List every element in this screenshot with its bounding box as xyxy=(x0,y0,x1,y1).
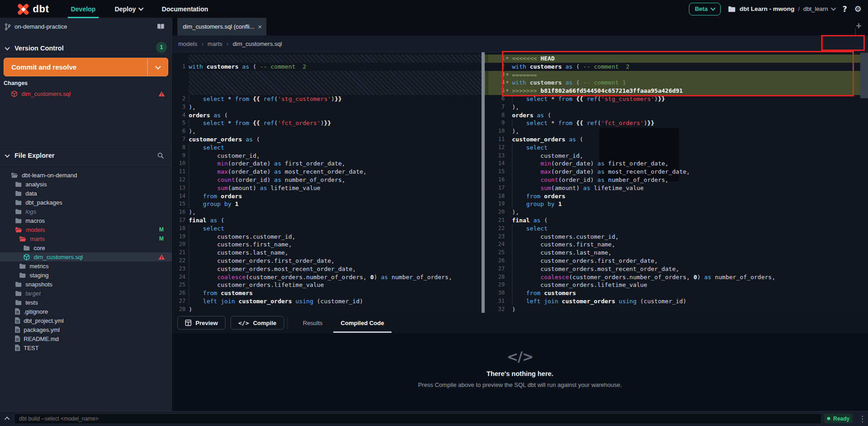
code-line[interactable]: 31 left join customer_orders using (cust… xyxy=(485,297,868,306)
code-line[interactable]: 5 select * from {{ ref('fct_orders')}} xyxy=(172,119,482,127)
pane-divider-scrollbar[interactable] xyxy=(482,52,485,313)
code-line[interactable]: 6 select * from {{ ref('stg_customers')}… xyxy=(485,95,868,103)
code-line[interactable]: 4orders as ( xyxy=(172,111,482,120)
tree-item-dim-customers-sql[interactable]: dim_customers.sql xyxy=(0,252,172,261)
code-line[interactable]: 15 max(order_date) as most_recent_order_… xyxy=(485,168,868,176)
code-line[interactable]: 19 group by 1 xyxy=(485,200,868,208)
editor-left-pane[interactable]: 1with customers as ( -- comment 22 selec… xyxy=(172,52,482,313)
tree-item-dbt-learn-on-demand[interactable]: dbt-learn-on-demand xyxy=(0,170,172,180)
code-line[interactable]: 27 customer_orders.most_recent_order_dat… xyxy=(485,265,868,273)
editor-right-pane[interactable]: 1+<<<<<<< HEAD2with customers as ( -- co… xyxy=(485,52,868,313)
code-line[interactable]: 25 customers.last_name, xyxy=(485,249,868,257)
tree-item-macros[interactable]: macros xyxy=(0,216,172,225)
close-icon[interactable]: × xyxy=(258,23,262,30)
code-line[interactable]: 28) xyxy=(172,306,482,313)
code-line[interactable]: 21final as ( xyxy=(485,216,868,225)
tree-item-metrics[interactable]: metrics xyxy=(0,261,172,271)
tree-item-tests[interactable]: tests xyxy=(0,298,172,307)
code-line[interactable]: 24 customers.first_name, xyxy=(485,241,868,249)
tree-item-logs[interactable]: logs xyxy=(0,207,172,216)
code-line[interactable]: 14 min(order_date) as first_order_date, xyxy=(485,160,868,168)
code-line[interactable]: 29 customer_orders.lifetime_value xyxy=(485,281,868,289)
tree-item-dbt-packages[interactable]: dbt_packages xyxy=(0,198,172,207)
code-line[interactable]: 2with customers as ( -- comment 2 xyxy=(485,63,868,71)
code-line[interactable]: 16), xyxy=(172,208,482,216)
tree-item-analysis[interactable]: analysis xyxy=(0,180,172,189)
help-icon[interactable]: ? xyxy=(843,5,847,14)
nav-item-documentation[interactable]: Documentation xyxy=(162,5,208,13)
kebab-menu-icon[interactable]: ⋮ xyxy=(858,414,866,423)
code-line[interactable]: 9 customer_id, xyxy=(172,152,482,160)
code-line[interactable]: 20), xyxy=(485,208,868,216)
tree-item-marts[interactable]: martsM xyxy=(0,234,172,243)
code-line[interactable]: 22 select xyxy=(485,225,868,233)
code-line[interactable]: 6), xyxy=(172,127,482,135)
tab-compiled-code[interactable]: Compiled Code xyxy=(331,313,393,333)
compile-button[interactable]: </> Compile xyxy=(231,316,284,330)
code-line[interactable]: 8orders as ( xyxy=(485,111,868,120)
code-line[interactable]: 19 customers.customer_id, xyxy=(172,233,482,241)
code-line[interactable]: 12 select xyxy=(485,144,868,152)
docs-book-icon[interactable] xyxy=(157,24,165,30)
code-line[interactable]: 23 customers.customer_id, xyxy=(485,233,868,241)
code-line[interactable]: 13 sum(amount) as lifetime_value xyxy=(172,184,482,192)
file-explorer-header[interactable]: File Explorer xyxy=(0,150,172,161)
tree-item-readme-md[interactable]: README.md xyxy=(0,334,172,343)
code-line[interactable]: 12 count(order_id) as number_of_orders, xyxy=(172,176,482,184)
tree-item-snapshots[interactable]: snapshots xyxy=(0,280,172,289)
code-line[interactable]: 25 customer_orders.lifetime_value xyxy=(172,281,482,289)
version-control-header[interactable]: Version Control xyxy=(0,43,172,54)
breadcrumb-item[interactable]: models xyxy=(178,40,197,47)
gear-icon[interactable]: ⚙ xyxy=(854,4,862,14)
code-line[interactable]: 7), xyxy=(485,103,868,111)
code-line[interactable]: 10), xyxy=(485,127,868,135)
code-line[interactable]: 23 customer_orders.most_recent_order_dat… xyxy=(172,265,482,273)
beta-dropdown[interactable]: Beta xyxy=(689,3,721,15)
nav-item-deploy[interactable]: Deploy xyxy=(115,5,143,13)
branch-header[interactable]: on-demand-practice xyxy=(0,18,172,36)
code-line[interactable]: 26 customer_orders.first_order_date, xyxy=(485,257,868,265)
code-line[interactable]: 9 select * from {{ ref('fct_orders')}} xyxy=(485,119,868,127)
project-switcher[interactable]: dbt Learn - mwong / dbt_learn xyxy=(728,5,835,12)
editor-tab-dim-customers[interactable]: dim_customers.sql (confli... × xyxy=(177,18,266,35)
code-line[interactable]: 17final as ( xyxy=(172,216,482,225)
code-line[interactable]: 5+>>>>>>> b81f802a66fd544504c65721e3ffaa… xyxy=(485,87,868,95)
code-line[interactable]: 20 customers.first_name, xyxy=(172,241,482,249)
tree-item-target[interactable]: target xyxy=(0,289,172,298)
status-badge[interactable]: Ready xyxy=(824,414,853,423)
code-line[interactable]: 13 customer_id, xyxy=(485,152,868,160)
code-line[interactable]: 30 from customers xyxy=(485,289,868,297)
code-line[interactable]: 3+======= xyxy=(485,71,868,79)
breadcrumb-item[interactable]: marts xyxy=(208,40,223,47)
code-line[interactable]: 26 from customers xyxy=(172,289,482,297)
code-line[interactable]: 27 left join customer_orders using (cust… xyxy=(172,297,482,306)
code-line[interactable]: 15 group by 1 xyxy=(172,200,482,208)
code-line[interactable]: 16 count(order_id) as number_of_orders, xyxy=(485,176,868,184)
tab-results[interactable]: Results xyxy=(294,313,331,333)
tree-item-core[interactable]: core xyxy=(0,243,172,252)
dbt-logo-icon[interactable] xyxy=(17,3,29,15)
code-line[interactable]: 14 from orders xyxy=(172,192,482,200)
code-line[interactable]: 11 max(order_date) as most_recent_order_… xyxy=(172,168,482,176)
code-line[interactable]: 28 coalesce(customer_orders.number_of_or… xyxy=(485,273,868,281)
changed-file-row[interactable]: dim_customers.sql xyxy=(0,88,172,99)
nav-item-develop[interactable]: Develop xyxy=(71,5,95,13)
code-line[interactable]: 7customer_orders as ( xyxy=(172,135,482,144)
code-line[interactable]: 21 customers.last_name, xyxy=(172,249,482,257)
code-line[interactable]: 2 select * from {{ ref('stg_customers')}… xyxy=(172,95,482,103)
code-line[interactable]: 3), xyxy=(172,103,482,111)
code-line[interactable]: 18 select xyxy=(172,225,482,233)
tree-item-models[interactable]: modelsM xyxy=(0,225,172,234)
commit-and-resolve-button[interactable]: Commit and resolve xyxy=(4,58,168,76)
code-line[interactable]: 17 sum(amount) as lifetime_value xyxy=(485,184,868,192)
chevron-up-icon[interactable] xyxy=(4,416,10,421)
code-line[interactable]: 32) xyxy=(485,306,868,313)
code-line[interactable]: 18 from orders xyxy=(485,192,868,200)
code-line[interactable]: 10 min(order_date) as first_order_date, xyxy=(172,160,482,168)
code-line[interactable]: 4+with customers as ( -- comment 1 xyxy=(485,79,868,87)
code-line[interactable]: 24 coalesce(customer_orders.number_of_or… xyxy=(172,273,482,281)
search-icon[interactable] xyxy=(157,152,164,159)
tree-item-packages-yml[interactable]: packages.yml xyxy=(0,325,172,334)
code-line[interactable]: 22 customer_orders.first_order_date, xyxy=(172,257,482,265)
tree-item-test[interactable]: TEST xyxy=(0,343,172,352)
